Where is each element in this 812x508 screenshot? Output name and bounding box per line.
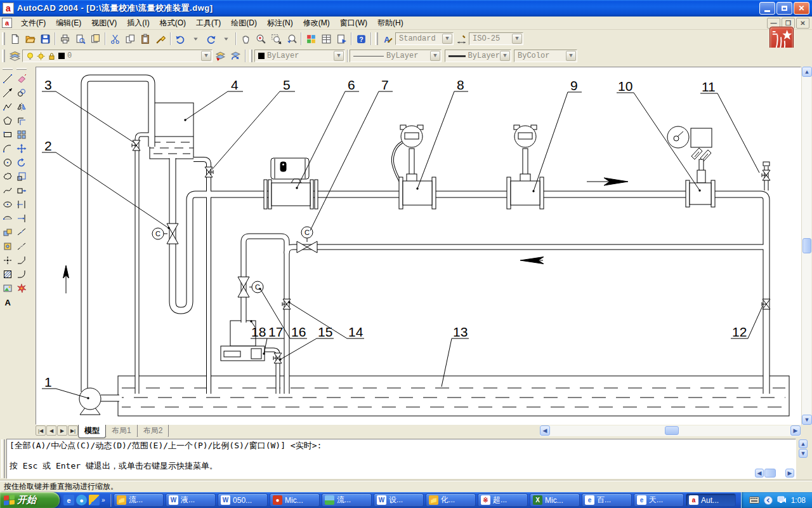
document-icon[interactable]: a bbox=[2, 18, 12, 28]
scroll-down-icon[interactable]: ▼ bbox=[802, 415, 812, 425]
mirror-tool[interactable] bbox=[15, 100, 29, 114]
task-word-1[interactable]: W液... bbox=[166, 493, 216, 507]
chamfer-tool[interactable] bbox=[15, 253, 29, 267]
start-button[interactable]: 开始 bbox=[0, 492, 60, 508]
chevron-down-icon[interactable]: ▼ bbox=[500, 51, 510, 61]
circle-tool[interactable] bbox=[1, 156, 15, 170]
menu-tools[interactable]: 工具(T) bbox=[191, 17, 226, 30]
copy-object-tool[interactable] bbox=[15, 86, 29, 100]
chevron-down-icon[interactable]: ▼ bbox=[334, 51, 344, 61]
text-style-icon[interactable]: A bbox=[380, 31, 395, 46]
chevron-down-icon[interactable]: ▼ bbox=[512, 34, 522, 44]
menu-format[interactable]: 格式(O) bbox=[155, 17, 191, 30]
scroll-left-icon[interactable]: ◀ bbox=[755, 469, 764, 478]
image-tool[interactable] bbox=[1, 281, 15, 295]
publish-icon[interactable] bbox=[88, 31, 103, 46]
toolbar-grip[interactable] bbox=[249, 50, 252, 62]
title-bar[interactable]: a AutoCAD 2004 - [D:\流量校准\流量校准装置.dwg] ✕ bbox=[0, 0, 812, 17]
print-icon[interactable] bbox=[57, 31, 72, 46]
command-text-area[interactable]: [全部(A)/中心点(C)/动态(D)/范围(E)/上一个(P)/比例(S)/窗… bbox=[6, 439, 796, 479]
dim-style-combo[interactable]: ISO-25 ▼ bbox=[469, 32, 523, 45]
task-word-3[interactable]: W设... bbox=[374, 493, 424, 507]
text-tool[interactable]: A bbox=[1, 295, 15, 309]
scroll-left-icon[interactable]: ◀ bbox=[540, 425, 550, 436]
menu-insert[interactable]: 插入(I) bbox=[122, 17, 154, 30]
menu-window[interactable]: 窗口(W) bbox=[335, 17, 372, 30]
task-reader[interactable]: ※超... bbox=[478, 493, 528, 507]
chevron-down-icon[interactable]: ▼ bbox=[566, 51, 576, 61]
autocad-app-icon[interactable]: a bbox=[3, 3, 14, 14]
toolbar-grip[interactable] bbox=[375, 32, 378, 45]
ellipse-tool[interactable] bbox=[1, 197, 15, 211]
task-folder-2[interactable]: 📁化... bbox=[426, 493, 476, 507]
move-tool[interactable] bbox=[15, 142, 29, 156]
spline-tool[interactable] bbox=[1, 184, 15, 197]
task-folder-1[interactable]: 📁流... bbox=[114, 493, 164, 507]
menu-file[interactable]: 文件(F) bbox=[16, 17, 51, 30]
show-desktop-icon[interactable] bbox=[89, 495, 100, 505]
line-tool[interactable] bbox=[1, 72, 15, 86]
command-hscroll-thumb[interactable] bbox=[764, 469, 776, 478]
command-vscrollbar[interactable]: ▲ ▼ bbox=[799, 439, 809, 458]
ellipse-arc-tool[interactable] bbox=[1, 211, 15, 225]
revision-cloud-tool[interactable] bbox=[1, 170, 15, 184]
horizontal-scroll-thumb[interactable] bbox=[665, 426, 679, 435]
layer-previous-icon[interactable] bbox=[228, 48, 243, 64]
point-tool[interactable] bbox=[1, 253, 15, 267]
toolbar-grip[interactable] bbox=[16, 68, 27, 70]
task-media[interactable]: ●Mic... bbox=[270, 493, 320, 507]
layer-lock-icon[interactable] bbox=[48, 52, 56, 60]
extend-tool[interactable] bbox=[15, 211, 29, 225]
scroll-up-icon[interactable]: ▲ bbox=[802, 67, 812, 77]
minimize-button[interactable] bbox=[759, 2, 775, 15]
toolbar-grip[interactable] bbox=[2, 32, 5, 45]
layer-on-bulb-icon[interactable] bbox=[26, 52, 34, 60]
toolbar-grip[interactable] bbox=[2, 50, 5, 62]
polyline-tool[interactable] bbox=[1, 100, 15, 114]
zoom-previous-icon[interactable] bbox=[284, 31, 299, 46]
paste-icon[interactable] bbox=[138, 31, 153, 46]
match-properties-icon[interactable] bbox=[153, 31, 168, 46]
print-preview-icon[interactable] bbox=[72, 31, 88, 46]
restore-button[interactable] bbox=[776, 2, 792, 15]
tool-palettes-icon[interactable] bbox=[303, 31, 318, 46]
arc-tool[interactable] bbox=[1, 142, 15, 156]
scroll-right-icon[interactable]: ▶ bbox=[785, 469, 794, 478]
layer-freeze-sun-icon[interactable] bbox=[37, 52, 45, 60]
command-grip[interactable] bbox=[1, 439, 5, 478]
polygon-tool[interactable] bbox=[1, 114, 15, 128]
dim-style-icon[interactable] bbox=[454, 31, 469, 46]
zoom-window-icon[interactable] bbox=[268, 31, 284, 46]
make-layer-current-icon[interactable] bbox=[213, 48, 228, 64]
command-hscrollbar[interactable]: ◀ ▶ bbox=[755, 469, 794, 478]
redo-icon[interactable] bbox=[203, 31, 218, 46]
text-style-combo[interactable]: Standard ▼ bbox=[395, 32, 454, 45]
tab-prev-icon[interactable]: ◀ bbox=[46, 425, 56, 436]
copy-icon[interactable] bbox=[122, 31, 138, 46]
task-autocad[interactable]: aAut... bbox=[686, 493, 736, 507]
pan-icon[interactable] bbox=[238, 31, 253, 46]
explode-tool[interactable] bbox=[15, 281, 29, 295]
layers-icon[interactable] bbox=[7, 48, 22, 64]
tab-next-icon[interactable]: ▶ bbox=[57, 425, 67, 436]
menu-dimension[interactable]: 标注(N) bbox=[262, 17, 298, 30]
vertical-scrollbar[interactable]: ▲ ▼ bbox=[801, 67, 811, 425]
ie-quicklaunch-icon[interactable]: e bbox=[63, 495, 74, 505]
task-image[interactable]: 流... bbox=[322, 493, 372, 507]
task-ie-1[interactable]: e百... bbox=[582, 493, 632, 507]
chevron-more-icon[interactable]: » bbox=[102, 497, 105, 504]
open-icon[interactable] bbox=[22, 31, 37, 46]
scroll-right-icon[interactable]: ▶ bbox=[790, 425, 801, 436]
rotate-tool[interactable] bbox=[15, 156, 29, 170]
rectangle-tool[interactable] bbox=[1, 128, 15, 142]
task-word-2[interactable]: W050... bbox=[218, 493, 268, 507]
menu-edit[interactable]: 编辑(E) bbox=[51, 17, 86, 30]
scale-tool[interactable] bbox=[15, 170, 29, 184]
insert-block-tool[interactable] bbox=[1, 225, 15, 239]
horizontal-scrollbar[interactable]: ◀ ▶ bbox=[540, 425, 801, 436]
redo-flyout-icon[interactable] bbox=[218, 31, 233, 46]
close-button[interactable]: ✕ bbox=[794, 2, 809, 15]
erase-tool[interactable] bbox=[15, 72, 29, 86]
fillet-tool[interactable] bbox=[15, 267, 29, 281]
new-icon[interactable] bbox=[7, 31, 22, 46]
